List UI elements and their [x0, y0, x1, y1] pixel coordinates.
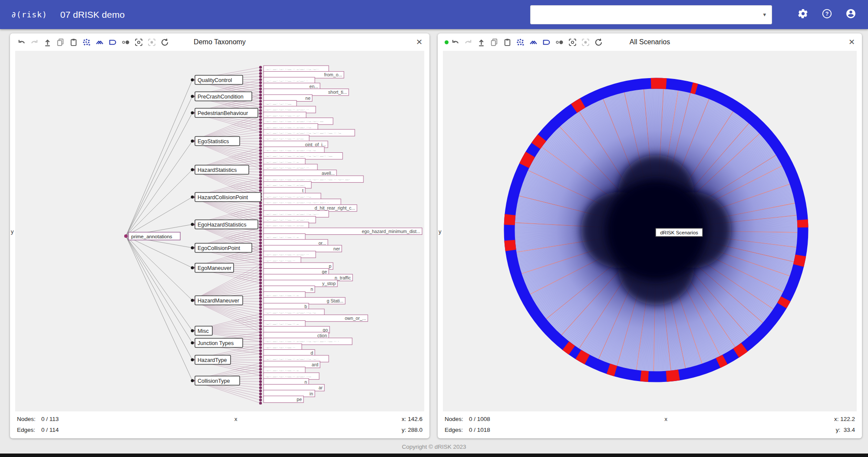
leaf-dot[interactable] — [259, 152, 262, 155]
leaf-dot[interactable] — [259, 294, 262, 296]
leaf-dot[interactable] — [259, 100, 262, 102]
leaf-dot[interactable] — [259, 229, 262, 232]
settings-button[interactable] — [797, 9, 809, 21]
leaf-dot[interactable] — [259, 238, 262, 241]
leaf-dot[interactable] — [259, 75, 262, 78]
leaf-dot[interactable] — [259, 180, 262, 183]
close-icon[interactable]: ✕ — [416, 38, 422, 46]
leaf-dot[interactable] — [259, 266, 262, 269]
leaf-dot[interactable] — [259, 328, 262, 330]
leaf-dot[interactable] — [259, 389, 262, 392]
root-node[interactable]: prime_annotations — [124, 232, 180, 240]
leaf-dot[interactable] — [259, 134, 262, 136]
leaf-dot[interactable] — [259, 368, 262, 371]
category-node[interactable]: PedestrianBehaviour — [191, 108, 258, 118]
leaf-dot[interactable] — [259, 149, 262, 152]
leaf-dot[interactable] — [259, 273, 262, 275]
leaf-dot[interactable] — [259, 211, 262, 214]
node-pair-icon[interactable] — [121, 38, 130, 47]
leaf-dot[interactable] — [259, 377, 262, 380]
category-node[interactable]: EgoHazardStatistics — [191, 220, 258, 229]
shape-d-icon[interactable] — [542, 38, 551, 47]
leaf-dot[interactable] — [259, 155, 262, 158]
leaf-node[interactable]: pe — [264, 396, 304, 403]
help-button[interactable]: ? — [821, 9, 833, 21]
leaf-dot[interactable] — [259, 171, 262, 173]
leaf-dot[interactable] — [259, 279, 262, 281]
category-node[interactable]: CollisionType — [191, 376, 240, 385]
node-pair-icon[interactable] — [555, 38, 564, 47]
redo-icon[interactable] — [30, 38, 39, 47]
category-node[interactable]: HazardCollisionPoint — [191, 193, 261, 202]
leaf-dot[interactable] — [259, 399, 262, 401]
leaf-dot[interactable] — [259, 235, 262, 238]
close-icon[interactable]: ✕ — [848, 38, 855, 46]
reload-icon[interactable] — [594, 38, 603, 47]
leaf-dot[interactable] — [259, 81, 262, 84]
undo-icon[interactable] — [451, 38, 460, 47]
focus-icon[interactable] — [568, 38, 577, 47]
leaf-dot[interactable] — [259, 365, 262, 368]
leaf-dot[interactable] — [259, 137, 262, 139]
leaf-dot[interactable] — [259, 331, 262, 333]
leaf-dot[interactable] — [259, 91, 262, 93]
leaf-dot[interactable] — [259, 125, 262, 127]
copy-icon[interactable] — [56, 38, 65, 47]
leaf-dot[interactable] — [259, 214, 262, 217]
leaf-dot[interactable] — [259, 260, 262, 263]
category-node[interactable]: Junction Types — [191, 339, 243, 348]
leaf-dot[interactable] — [259, 346, 262, 349]
expand-chevrons-icon[interactable] — [95, 38, 104, 47]
leaf-dot[interactable] — [259, 297, 262, 299]
reload-icon[interactable] — [160, 38, 169, 47]
leaf-dot[interactable] — [259, 177, 262, 179]
leaf-dot[interactable] — [259, 288, 262, 290]
category-node[interactable]: PreCrashCondition — [191, 92, 252, 101]
centre-node[interactable]: dRISK Scenarios — [656, 228, 703, 237]
category-node[interactable]: EgoManeuver — [191, 263, 234, 273]
redo-icon[interactable] — [464, 38, 473, 47]
upload-icon[interactable] — [43, 38, 52, 47]
cluster-icon[interactable] — [516, 38, 525, 47]
cluster-icon[interactable] — [82, 38, 91, 47]
leaf-dot[interactable] — [259, 309, 262, 312]
leaf-dot[interactable] — [259, 97, 262, 99]
leaf-dot[interactable] — [259, 78, 262, 81]
leaf-dot[interactable] — [259, 312, 262, 315]
leaf-dot[interactable] — [259, 248, 262, 250]
paste-icon[interactable] — [503, 38, 512, 47]
leaf-dot[interactable] — [259, 325, 262, 327]
leaf-dot[interactable] — [259, 251, 262, 253]
leaf-dot[interactable] — [259, 158, 262, 161]
category-node[interactable]: EgoCollisionPoint — [191, 243, 252, 253]
leaf-dot[interactable] — [259, 383, 262, 386]
leaf-dot[interactable] — [259, 343, 262, 346]
leaf-dot[interactable] — [259, 140, 262, 142]
leaf-dot[interactable] — [259, 115, 262, 118]
leaf-dot[interactable] — [259, 106, 262, 108]
focus-secondary-icon[interactable] — [147, 38, 156, 47]
leaf-dot[interactable] — [259, 128, 262, 130]
expand-chevrons-icon[interactable] — [529, 38, 538, 47]
leaf-dot[interactable] — [259, 174, 262, 176]
leaf-dot[interactable] — [259, 316, 262, 318]
leaf-dot[interactable] — [259, 303, 262, 306]
leaf-dot[interactable] — [259, 319, 262, 321]
leaf-dot[interactable] — [259, 402, 262, 404]
focus-secondary-icon[interactable] — [581, 38, 590, 47]
leaf-dot[interactable] — [259, 269, 262, 272]
account-button[interactable] — [845, 9, 857, 21]
leaf-dot[interactable] — [259, 109, 262, 112]
category-node[interactable]: HazardStatistics — [191, 165, 249, 174]
leaf-dot[interactable] — [259, 103, 262, 105]
leaf-dot[interactable] — [259, 122, 262, 124]
leaf-dot[interactable] — [259, 362, 262, 364]
leaf-dot[interactable] — [259, 291, 262, 293]
leaf-dot[interactable] — [259, 69, 262, 72]
leaf-dot[interactable] — [259, 371, 262, 374]
leaf-dot[interactable] — [259, 223, 262, 226]
leaf-dot[interactable] — [259, 334, 262, 337]
leaf-dot[interactable] — [259, 186, 262, 189]
leaf-dot[interactable] — [259, 112, 262, 115]
leaf-dot[interactable] — [259, 285, 262, 287]
